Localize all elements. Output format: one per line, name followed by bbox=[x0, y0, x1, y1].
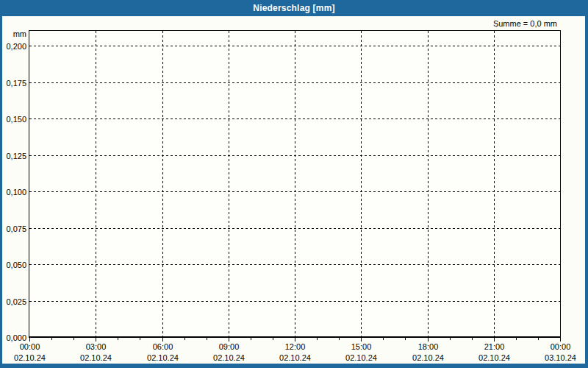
chart-title: Niederschlag [mm] bbox=[253, 3, 334, 13]
y-axis-tick-label: 0,125 bbox=[6, 152, 26, 160]
y-axis-tick-label: 0,050 bbox=[6, 261, 26, 269]
x-axis-time-label: 15:00 bbox=[351, 342, 372, 351]
x-axis-time-label: 00:00 bbox=[551, 342, 571, 351]
x-axis-time-label: 09:00 bbox=[219, 342, 240, 351]
x-axis-time-label: 06:00 bbox=[153, 342, 173, 351]
x-axis-date-label: 02.10.24 bbox=[478, 353, 510, 362]
x-axis-time-label: 03:00 bbox=[86, 342, 107, 351]
y-axis-tick-label: 0,200 bbox=[6, 42, 26, 51]
x-axis-time-label: 21:00 bbox=[484, 342, 505, 351]
x-axis-date-label: 02.10.24 bbox=[412, 353, 444, 362]
x-axis-date-label: 02.10.24 bbox=[345, 353, 377, 362]
chart-window: Niederschlag [mm] 0,0000,0250,0500,0750,… bbox=[0, 0, 588, 368]
chart-content: 0,0000,0250,0500,0750,1000,1250,1500,175… bbox=[2, 16, 585, 364]
y-axis-tick-label: 0,025 bbox=[6, 297, 26, 306]
x-axis-date-label: 02.10.24 bbox=[14, 353, 46, 362]
x-axis-date-label: 02.10.24 bbox=[213, 353, 245, 362]
sum-annotation: Summe = 0,0 mm bbox=[493, 19, 557, 28]
y-axis-unit-label: mm bbox=[13, 29, 26, 38]
x-axis-time-label: 00:00 bbox=[20, 342, 40, 351]
y-axis-tick-label: 0,150 bbox=[6, 115, 26, 124]
x-axis-date-label: 03.10.24 bbox=[545, 353, 576, 362]
x-axis-time-label: 12:00 bbox=[285, 342, 306, 351]
y-axis-tick-label: 0,000 bbox=[6, 333, 26, 342]
x-axis-date-label: 02.10.24 bbox=[80, 353, 112, 362]
y-axis-tick-label: 0,100 bbox=[6, 188, 26, 197]
y-axis-tick-label: 0,175 bbox=[6, 79, 26, 88]
y-axis-tick-label: 0,075 bbox=[6, 224, 26, 233]
x-axis-time-label: 18:00 bbox=[418, 342, 439, 351]
x-axis-date-label: 02.10.24 bbox=[279, 353, 311, 362]
x-axis-date-label: 02.10.24 bbox=[147, 353, 179, 362]
chart-title-bar: Niederschlag [mm] bbox=[0, 0, 588, 16]
precipitation-chart: 0,0000,0250,0500,0750,1000,1250,1500,175… bbox=[2, 16, 585, 364]
